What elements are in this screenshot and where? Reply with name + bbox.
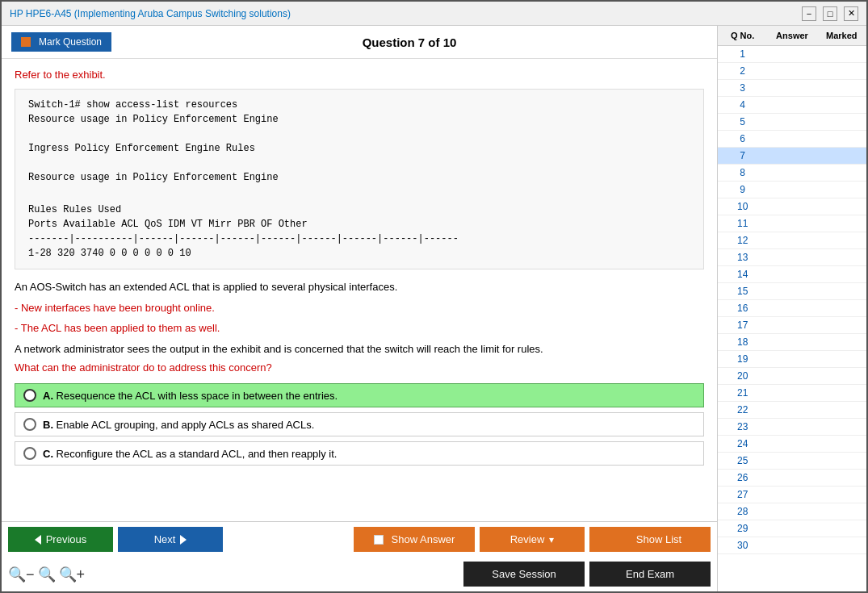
exhibit-box: Switch-1# show access-list resources Res… xyxy=(15,89,704,269)
maximize-button[interactable]: □ xyxy=(823,6,837,21)
sidebar-row[interactable]: 23 xyxy=(718,419,866,436)
save-session-button[interactable]: Save Session xyxy=(463,562,585,587)
sidebar-row[interactable]: 28 xyxy=(718,503,866,520)
sidebar-row[interactable]: 29 xyxy=(718,520,866,537)
exhibit-line-4: Ingress Policy Enforcement Engine Rules xyxy=(28,141,690,156)
sidebar-cell-num: 14 xyxy=(718,266,767,282)
sidebar-cell-num: 25 xyxy=(718,453,767,469)
sidebar-row[interactable]: 7 xyxy=(718,148,866,165)
sidebar-cell-marked xyxy=(817,385,866,401)
sidebar-cell-answer xyxy=(767,80,816,96)
sidebar-cell-num: 26 xyxy=(718,470,767,486)
option-b-label: B. Enable ACL grouping, and apply ACLs a… xyxy=(43,419,314,431)
sidebar-cell-num: 21 xyxy=(718,385,767,401)
option-b[interactable]: B. Enable ACL grouping, and apply ACLs a… xyxy=(15,412,704,436)
options-list: A. Resequence the ACL with less space in… xyxy=(15,383,704,466)
sidebar-row[interactable]: 12 xyxy=(718,232,866,249)
sidebar-cell-num: 6 xyxy=(718,131,767,147)
sidebar-row[interactable]: 11 xyxy=(718,215,866,232)
review-button[interactable]: Review ▾ xyxy=(480,527,585,552)
table-header-1: Rules Rules Used xyxy=(28,203,690,217)
previous-button[interactable]: Previous xyxy=(8,527,113,552)
sidebar-row[interactable]: 15 xyxy=(718,283,866,300)
zoom-out-button[interactable]: 🔍− xyxy=(8,566,35,583)
sidebar-cell-answer xyxy=(767,368,816,384)
next-button[interactable]: Next xyxy=(118,527,223,552)
option-a[interactable]: A. Resequence the ACL with less space in… xyxy=(15,383,704,407)
sidebar-cell-answer xyxy=(767,266,816,282)
mark-question-button[interactable]: Mark Question xyxy=(11,32,111,52)
show-answer-button[interactable]: Show Answer xyxy=(354,527,475,552)
sidebar-row[interactable]: 13 xyxy=(718,249,866,266)
sidebar-col-answer: Answer xyxy=(767,29,816,42)
exhibit-line-5 xyxy=(28,156,690,170)
minimize-button[interactable]: − xyxy=(802,6,816,21)
sidebar-row[interactable]: 4 xyxy=(718,97,866,114)
exhibit-line-2: Resource usage in Policy Enforcement Eng… xyxy=(28,112,690,127)
sidebar-row[interactable]: 18 xyxy=(718,334,866,351)
main-window: HP HPE6-A45 (Implementing Aruba Campus S… xyxy=(0,0,868,593)
exhibit-line-6: Resource usage in Policy Enforcement Eng… xyxy=(28,170,690,185)
sidebar-cell-marked xyxy=(817,419,866,435)
sidebar-row[interactable]: 3 xyxy=(718,80,866,97)
sidebar-row[interactable]: 8 xyxy=(718,165,866,182)
sidebar-row[interactable]: 19 xyxy=(718,351,866,368)
option-b-radio xyxy=(23,418,36,431)
sidebar-cell-marked xyxy=(817,470,866,486)
sidebar-cell-num: 16 xyxy=(718,300,767,316)
sidebar-row[interactable]: 14 xyxy=(718,266,866,283)
sidebar-cell-num: 2 xyxy=(718,63,767,79)
show-list-button[interactable]: Show List xyxy=(589,527,711,552)
sidebar-cell-marked xyxy=(817,249,866,265)
sidebar-row[interactable]: 17 xyxy=(718,317,866,334)
zoom-in-button[interactable]: 🔍+ xyxy=(59,566,86,583)
sidebar-row[interactable]: 2 xyxy=(718,63,866,80)
sidebar-cell-marked xyxy=(817,182,866,198)
sidebar-row[interactable]: 6 xyxy=(718,131,866,148)
body-line-2: - New interfaces have been brought onlin… xyxy=(15,300,704,316)
sidebar-row[interactable]: 1 xyxy=(718,46,866,63)
sidebar-cell-num: 5 xyxy=(718,114,767,130)
sidebar-cell-answer xyxy=(767,63,816,79)
sidebar-cell-marked xyxy=(817,63,866,79)
sidebar-row[interactable]: 26 xyxy=(718,470,866,487)
next-arrow-icon xyxy=(180,535,187,545)
window-title: HP HPE6-A45 (Implementing Aruba Campus S… xyxy=(10,8,291,19)
option-c[interactable]: C. Reconfigure the ACL as a standard ACL… xyxy=(15,441,704,466)
sidebar-cell-marked xyxy=(817,487,866,503)
sidebar-row[interactable]: 30 xyxy=(718,537,866,554)
sidebar-list: 1 2 3 4 5 6 7 8 9 10 11 xyxy=(718,46,866,591)
sidebar-cell-answer xyxy=(767,165,816,181)
sidebar-cell-num: 30 xyxy=(718,537,767,553)
sidebar-cell-num: 22 xyxy=(718,402,767,418)
sidebar-row[interactable]: 24 xyxy=(718,436,866,453)
option-a-label: A. Resequence the ACL with less space in… xyxy=(43,390,338,402)
sidebar-cell-marked xyxy=(817,266,866,282)
sidebar-row[interactable]: 25 xyxy=(718,453,866,470)
sidebar-row[interactable]: 20 xyxy=(718,368,866,385)
show-list-icon xyxy=(619,535,628,545)
sidebar-row[interactable]: 5 xyxy=(718,114,866,131)
sidebar-row[interactable]: 21 xyxy=(718,385,866,402)
table-data-row: 1-28 320 3740 0 0 0 0 0 0 10 xyxy=(28,246,690,261)
close-button[interactable]: ✕ xyxy=(844,6,858,21)
sidebar-cell-answer xyxy=(767,419,816,435)
sidebar-cell-answer xyxy=(767,537,816,553)
table-separator: -------|----------|------|------|------|… xyxy=(28,232,690,246)
title-bar: HP HPE6-A45 (Implementing Aruba Campus S… xyxy=(2,2,866,26)
sidebar-row[interactable]: 9 xyxy=(718,182,866,198)
end-exam-button[interactable]: End Exam xyxy=(589,562,711,587)
sidebar-cell-marked xyxy=(817,165,866,181)
zoom-normal-button[interactable]: 🔍 xyxy=(38,566,56,583)
sidebar-cell-num: 1 xyxy=(718,46,767,62)
sidebar-cell-marked xyxy=(817,537,866,553)
sidebar-cell-answer xyxy=(767,300,816,316)
table-header-2: Ports Available ACL QoS IDM VT Mirr PBR … xyxy=(28,217,690,232)
sidebar-cell-answer xyxy=(767,470,816,486)
sidebar-row[interactable]: 16 xyxy=(718,300,866,317)
sidebar-row[interactable]: 27 xyxy=(718,487,866,503)
sidebar-row[interactable]: 22 xyxy=(718,402,866,419)
exhibit-table: Rules Rules Used Ports Available ACL QoS… xyxy=(28,203,690,261)
sidebar-row[interactable]: 10 xyxy=(718,198,866,215)
sidebar-cell-marked xyxy=(817,215,866,232)
